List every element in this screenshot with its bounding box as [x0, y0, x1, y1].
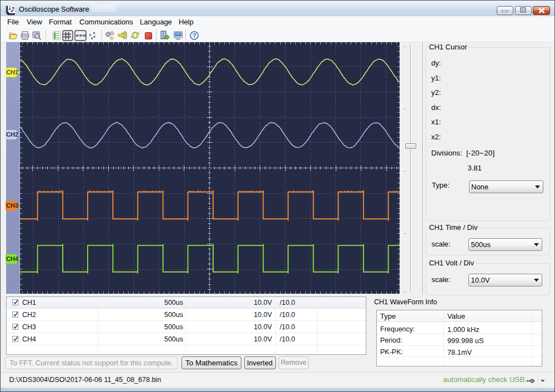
- svg-text:?: ?: [193, 32, 196, 39]
